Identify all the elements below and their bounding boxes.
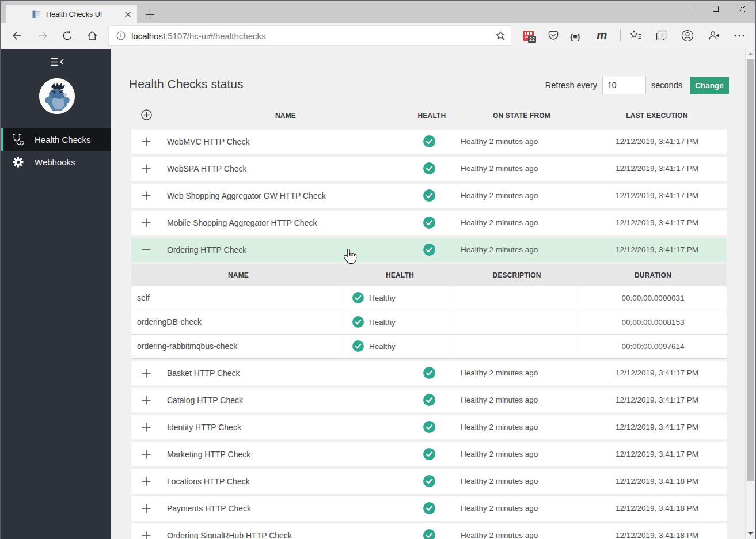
scrollbar-thumb[interactable] <box>747 59 754 481</box>
detail-duration: 00:00:00.0008153 <box>579 310 727 334</box>
detail-name: orderingDB-check <box>131 310 345 334</box>
health-check-row[interactable]: Locations HTTP Check Healthy 2 minutes a… <box>131 469 727 494</box>
healthy-status-icon <box>423 421 435 433</box>
health-checks-table: WebMVC HTTP Check Healthy 2 minutes ago … <box>131 130 727 539</box>
health-check-row[interactable]: WebSPA HTTP Check Healthy 2 minutes ago … <box>131 157 727 181</box>
collections-icon[interactable] <box>655 29 667 42</box>
refresh-interval-input[interactable] <box>602 77 646 94</box>
on-state-from: Healthy 2 minutes ago <box>461 157 538 181</box>
health-check-row[interactable]: Payments HTTP Check Healthy 2 minutes ag… <box>131 496 727 521</box>
scroll-down-icon[interactable] <box>747 532 754 536</box>
last-execution: 12/12/2019, 3:41:17 PM <box>599 184 715 208</box>
healthy-status-icon <box>423 135 435 147</box>
expand-all-icon[interactable] <box>141 109 152 120</box>
check-detail-row: self Healthy 00:00:00.0000031 <box>131 286 727 310</box>
vertical-scrollbar[interactable] <box>745 49 755 539</box>
healthy-status-icon <box>352 340 364 352</box>
healthy-status-icon <box>423 475 435 487</box>
detail-health: Healthy <box>369 286 396 310</box>
refresh-unit-label: seconds <box>651 81 682 90</box>
last-execution: 12/12/2019, 3:41:17 PM <box>599 130 715 154</box>
healthy-status-icon <box>352 316 364 328</box>
health-check-row[interactable]: Ordering HTTP Check Healthy 2 minutes ag… <box>131 238 727 262</box>
profile-icon[interactable] <box>681 29 694 42</box>
health-check-row[interactable]: Mobile Shopping Aggregator HTTP Check He… <box>131 211 727 235</box>
settings-menu-icon[interactable] <box>733 29 746 42</box>
check-name: Marketing HTTP Check <box>167 442 250 466</box>
back-icon[interactable] <box>12 31 22 41</box>
healthy-status-icon <box>423 244 435 256</box>
sidebar-item-webhooks[interactable]: Webhooks <box>1 151 111 173</box>
home-icon[interactable] <box>87 31 97 41</box>
last-execution: 12/12/2019, 3:41:17 PM <box>599 211 715 235</box>
address-bar[interactable]: localhost:5107/hc-ui#/healthchecks <box>108 25 511 46</box>
browser-tab[interactable]: Health Checks UI <box>6 5 137 23</box>
check-name: Web Shopping Aggregator GW HTTP Check <box>167 184 326 208</box>
check-name: WebMVC HTTP Check <box>167 130 249 154</box>
expand-row-icon[interactable] <box>142 423 151 432</box>
pocket-icon[interactable] <box>547 29 560 42</box>
last-execution: 12/12/2019, 3:41:17 PM <box>599 361 715 385</box>
expand-row-icon[interactable] <box>142 450 151 459</box>
health-check-row[interactable]: Ordering SignalRHub HTTP Check Healthy 2… <box>131 523 727 539</box>
sidebar-collapse-icon[interactable] <box>50 58 64 66</box>
healthy-status-icon <box>423 529 435 539</box>
healthy-status-icon <box>423 502 435 514</box>
expand-row-icon[interactable] <box>142 137 151 146</box>
tab-close-icon[interactable] <box>124 11 131 18</box>
feedback-icon[interactable] <box>708 29 720 42</box>
on-state-from: Healthy 2 minutes ago <box>461 523 538 539</box>
detail-description <box>454 286 579 310</box>
healthy-status-icon <box>423 189 435 202</box>
expand-row-icon[interactable] <box>142 477 151 486</box>
favorites-hub-icon[interactable] <box>629 29 642 42</box>
last-execution: 12/12/2019, 3:41:17 PM <box>599 388 715 412</box>
health-check-row[interactable]: Web Shopping Aggregator GW HTTP Check He… <box>131 184 727 208</box>
forward-icon[interactable] <box>37 31 48 41</box>
braces-extension-icon[interactable]: {≡} <box>570 32 583 45</box>
column-header-last-execution: LAST EXECUTION <box>599 112 715 120</box>
expand-row-icon[interactable] <box>142 504 151 513</box>
health-check-row[interactable]: Catalog HTTP Check Healthy 2 minutes ago… <box>131 388 727 412</box>
expand-row-icon[interactable] <box>142 396 151 405</box>
health-check-row[interactable]: Identity HTTP Check Healthy 2 minutes ag… <box>131 415 727 439</box>
expand-row-icon[interactable] <box>142 191 151 200</box>
check-name: Identity HTTP Check <box>167 415 241 439</box>
detail-name: self <box>131 286 345 310</box>
new-tab-button[interactable] <box>145 10 155 20</box>
check-name: Ordering HTTP Check <box>167 238 246 262</box>
expand-row-icon[interactable] <box>142 369 151 378</box>
healthy-status-icon <box>423 217 435 229</box>
expand-row-icon[interactable] <box>142 164 151 173</box>
on-state-from: Healthy 2 minutes ago <box>461 130 538 154</box>
details-header-duration: DURATION <box>579 264 727 286</box>
expand-row-icon[interactable] <box>142 531 151 539</box>
check-name: Catalog HTTP Check <box>167 388 243 412</box>
refresh-label: Refresh every <box>545 81 597 90</box>
details-header-row: NAME HEALTH DESCRIPTION DURATION <box>131 264 727 286</box>
check-name: Ordering SignalRHub HTTP Check <box>167 523 292 539</box>
site-info-icon[interactable] <box>116 31 126 40</box>
details-header-health: HEALTH <box>345 264 454 286</box>
health-check-row[interactable]: Marketing HTTP Check Healthy 2 minutes a… <box>131 442 727 466</box>
expand-row-icon[interactable] <box>142 218 151 227</box>
health-check-row[interactable]: WebMVC HTTP Check Healthy 2 minutes ago … <box>131 130 727 154</box>
last-execution: 12/12/2019, 3:41:18 PM <box>599 523 715 539</box>
check-details-table: NAME HEALTH DESCRIPTION DURATION self He… <box>131 264 727 359</box>
health-check-row[interactable]: Basket HTTP Check Healthy 2 minutes ago … <box>131 361 727 385</box>
collapse-row-icon[interactable] <box>142 245 151 255</box>
check-detail-row: orderingDB-check Healthy 00:00:00.000815… <box>131 310 727 335</box>
toolbar-divider <box>620 29 621 42</box>
close-button[interactable] <box>729 0 755 17</box>
maximize-button[interactable] <box>702 0 729 17</box>
change-button[interactable]: Change <box>690 77 729 94</box>
stethoscope-icon <box>12 133 25 146</box>
sidebar-item-health-checks[interactable]: Health Checks <box>1 128 111 151</box>
extension-calendar-icon[interactable]: 22 <box>522 29 535 42</box>
scroll-up-icon[interactable] <box>747 51 754 56</box>
minimize-button[interactable] <box>676 0 702 17</box>
add-favorite-icon[interactable] <box>495 31 506 41</box>
last-execution: 12/12/2019, 3:41:17 PM <box>599 415 715 439</box>
refresh-icon[interactable] <box>62 31 73 41</box>
m-extension-icon[interactable]: m <box>597 27 609 40</box>
